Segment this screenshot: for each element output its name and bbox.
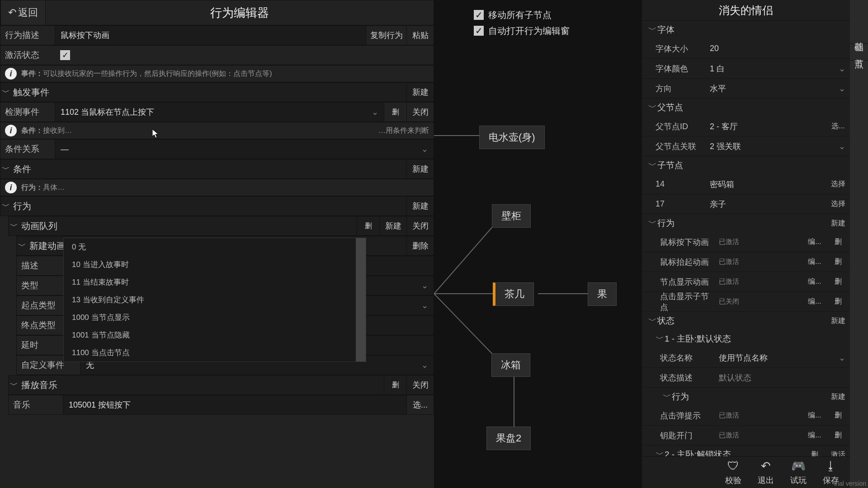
- desc-input[interactable]: [55, 26, 366, 45]
- event-option[interactable]: 1100 当点击节点: [64, 344, 366, 361]
- state-name-dropdown[interactable]: 使用节点名称⌄: [714, 352, 850, 363]
- music-delete-button[interactable]: 删: [384, 375, 406, 394]
- trigger-close-button[interactable]: 关闭: [406, 103, 434, 122]
- chevron-down-icon: ⌄: [421, 144, 428, 154]
- project-title: 消失的情侣: [642, 0, 850, 21]
- desc-label: 行为描述: [0, 29, 55, 41]
- chevron-down-icon[interactable]: ﹀: [648, 160, 657, 171]
- parent-id-label: 父节点ID: [642, 121, 705, 132]
- state-behavior-delete-button[interactable]: 删: [826, 431, 850, 440]
- newanim-delete-button[interactable]: 删除: [406, 236, 434, 255]
- music-pick-button[interactable]: 选...: [406, 395, 434, 414]
- state-new-button[interactable]: 新建: [826, 316, 850, 326]
- behavior-item-state: 已激活: [719, 277, 739, 286]
- event-option[interactable]: 0 无: [64, 238, 366, 256]
- canvas-node-kettle[interactable]: 电水壶(身): [479, 126, 545, 149]
- behavior-new-button[interactable]: 新建: [826, 219, 850, 228]
- chevron-down-icon: ⌄: [839, 141, 845, 151]
- event-option[interactable]: 1001 当节点隐藏: [64, 326, 366, 344]
- cond-new-button[interactable]: 新建: [406, 160, 434, 178]
- behavior-edit-button[interactable]: 编...: [803, 297, 826, 306]
- state-behavior-new-button[interactable]: 新建: [826, 392, 850, 402]
- direction-dropdown[interactable]: 水平⌄: [705, 83, 850, 94]
- event-option[interactable]: 13 当收到自定义事件: [64, 291, 366, 309]
- font-size-value[interactable]: 20: [705, 44, 850, 53]
- state-behavior-edit-button[interactable]: 编...: [803, 411, 826, 420]
- chevron-down-icon[interactable]: ﹀: [648, 102, 657, 113]
- tab-node[interactable]: 节点: [850, 44, 868, 61]
- state-behavior-name: 钥匙开门: [642, 430, 714, 441]
- parent-pick-button[interactable]: 选...: [826, 122, 850, 131]
- exit-button[interactable]: ↶退出: [758, 459, 774, 486]
- chevron-down-icon[interactable]: ﹀: [9, 221, 19, 231]
- tip-act-prefix: 行为：: [21, 183, 43, 191]
- chevron-down-icon: ⌄: [421, 300, 428, 310]
- animq-new-button[interactable]: 新建: [379, 216, 406, 235]
- chevron-down-icon[interactable]: ﹀: [663, 391, 672, 403]
- state-activate-button[interactable]: 激活: [826, 450, 850, 457]
- canvas-node-fridge[interactable]: 冰箱: [491, 353, 530, 377]
- active-checkbox[interactable]: ✓: [60, 50, 70, 60]
- behavior-delete-button[interactable]: 删: [826, 257, 850, 267]
- animq-delete-button[interactable]: 删: [357, 216, 379, 235]
- font-color-dropdown[interactable]: 1 白⌄: [705, 63, 850, 74]
- dropdown-scrollbar[interactable]: [356, 238, 366, 361]
- music-label: 音乐: [9, 399, 63, 411]
- behavior-edit-button[interactable]: 编...: [803, 257, 826, 267]
- parent-rel-dropdown[interactable]: 2 强关联⌄: [705, 141, 850, 152]
- child-select-button[interactable]: 选择: [826, 199, 850, 209]
- paste-button[interactable]: 粘贴: [406, 26, 434, 45]
- state-behavior-delete-button[interactable]: 删: [826, 411, 850, 420]
- canvas-node-tea[interactable]: 茶几: [493, 282, 534, 306]
- child-id: 14: [642, 179, 705, 189]
- parent-id-value: 2 - 客厅: [705, 121, 826, 132]
- chevron-down-icon[interactable]: ﹀: [656, 333, 665, 345]
- canvas-node-plate[interactable]: 果盘2: [486, 427, 531, 450]
- behavior-delete-button[interactable]: 删: [826, 277, 850, 286]
- state-behavior-edit-button[interactable]: 编...: [803, 431, 826, 440]
- behavior-edit-button[interactable]: 编...: [803, 237, 826, 247]
- direction-label: 方向: [642, 83, 705, 94]
- music-value-input[interactable]: [63, 395, 406, 414]
- chevron-down-icon[interactable]: ﹀: [0, 87, 11, 98]
- tab-basic[interactable]: 基础: [850, 27, 868, 44]
- canvas-node-fruit[interactable]: 果: [588, 282, 617, 306]
- act-new-button[interactable]: 新建: [406, 197, 434, 216]
- child-select-button[interactable]: 选择: [826, 179, 850, 189]
- chevron-down-icon[interactable]: ﹀: [0, 201, 11, 211]
- chevron-down-icon[interactable]: ﹀: [648, 24, 657, 36]
- trigger-delete-button[interactable]: 删: [384, 103, 406, 122]
- state-desc-input[interactable]: 默认状态: [714, 372, 850, 383]
- behavior-item-state: 已激活: [719, 238, 739, 246]
- event-option[interactable]: 1000 当节点显示: [64, 309, 366, 326]
- detect-event-value: 1102 当鼠标在节点上按下: [61, 107, 154, 117]
- detect-event-dropdown[interactable]: 1102 当鼠标在节点上按下 ⌄: [55, 103, 384, 122]
- event-option[interactable]: 10 当进入故事时: [64, 256, 366, 273]
- state-delete-button[interactable]: 删: [803, 450, 826, 457]
- section-cond-title: 条件: [11, 163, 406, 175]
- animq-close-button[interactable]: 关闭: [406, 216, 434, 235]
- copy-behavior-button[interactable]: 复制行为: [366, 26, 406, 45]
- parent-rel-label: 父节点关联: [642, 141, 705, 152]
- detect-event-options[interactable]: 0 无 10 当进入故事时 11 当结束故事时 13 当收到自定义事件 1000…: [63, 238, 366, 362]
- behavior-edit-button[interactable]: 编...: [803, 277, 826, 286]
- chevron-down-icon[interactable]: ﹀: [17, 240, 28, 251]
- back-button[interactable]: ↶ 返回: [0, 0, 46, 25]
- behavior-delete-button[interactable]: 删: [826, 297, 850, 306]
- behavior-delete-button[interactable]: 删: [826, 237, 850, 247]
- event-option[interactable]: 11 当结束故事时: [64, 273, 366, 291]
- chevron-down-icon[interactable]: ﹀: [648, 315, 657, 327]
- font-size-label: 字体大小: [642, 43, 705, 54]
- chevron-down-icon[interactable]: ﹀: [9, 380, 19, 390]
- play-button[interactable]: 🎮试玩: [790, 459, 807, 486]
- trigger-new-button[interactable]: 新建: [406, 83, 434, 102]
- node-canvas[interactable]: ✓移动所有子节点 ✓自动打开行为编辑窗 电水壶(身) 壁柜 茶几 果 冰箱 果盘…: [434, 0, 642, 488]
- cond-rel-dropdown[interactable]: — ⌄: [55, 140, 434, 159]
- chevron-down-icon[interactable]: ﹀: [648, 217, 657, 229]
- child-id: 17: [642, 199, 705, 209]
- chevron-down-icon[interactable]: ﹀: [0, 164, 11, 174]
- chevron-down-icon[interactable]: ﹀: [656, 449, 665, 456]
- music-close-button[interactable]: 关闭: [406, 375, 434, 394]
- canvas-node-wall[interactable]: 壁柜: [492, 204, 531, 228]
- validate-button[interactable]: 🛡校验: [725, 459, 741, 486]
